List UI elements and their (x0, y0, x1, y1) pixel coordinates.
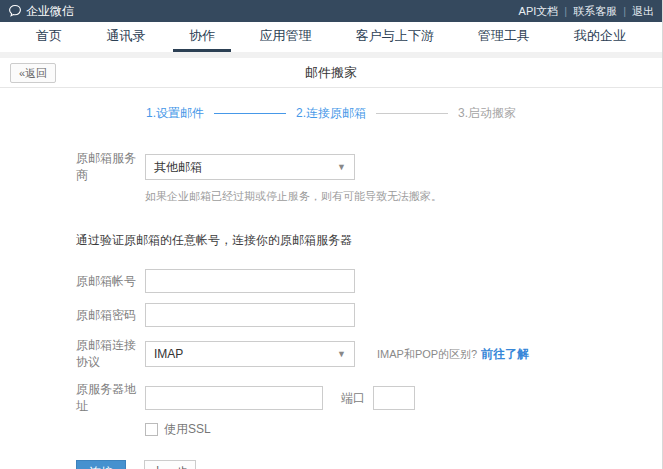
provider-hint: 如果企业邮箱已经过期或停止服务，则有可能导致无法搬家。 (145, 189, 662, 204)
page-header: «返回 邮件搬家 (0, 58, 662, 88)
main-nav: 首页 通讯录 协作 应用管理 客户与上下游 管理工具 我的企业 (0, 22, 662, 52)
api-docs-link[interactable]: API文档 (519, 4, 559, 19)
protocol-question-text: IMAP和POP的区别? (377, 347, 477, 362)
step-3-start-migration: 3.启动搬家 (458, 105, 516, 122)
chevron-down-icon: ▼ (337, 162, 346, 172)
connect-button[interactable]: 连接 (76, 460, 126, 469)
separator: | (623, 5, 626, 17)
account-input[interactable] (145, 269, 355, 293)
step-2-connect-mailbox: 2.连接原邮箱 (296, 105, 366, 122)
step-connector-done (214, 113, 286, 114)
protocol-select[interactable]: IMAP ▼ (145, 341, 355, 367)
previous-step-button[interactable]: 上一步 (144, 460, 196, 469)
learn-more-link[interactable]: 前往了解 (481, 346, 529, 363)
separator: | (564, 5, 567, 17)
provider-select[interactable]: 其他邮箱 ▼ (145, 154, 355, 180)
port-input[interactable] (373, 386, 415, 410)
brand-name: 企业微信 (26, 3, 74, 20)
contact-support-link[interactable]: 联系客服 (573, 4, 617, 19)
step-1-setup-mail: 1.设置邮件 (146, 105, 204, 122)
chat-bubble-logo-icon (8, 4, 22, 18)
chevron-down-icon: ▼ (337, 349, 346, 359)
protocol-selected-value: IMAP (154, 347, 183, 361)
password-label: 原邮箱密码 (76, 307, 145, 324)
protocol-label: 原邮箱连接协议 (76, 337, 145, 371)
mail-migration-form: 原邮箱服务商 其他邮箱 ▼ 如果企业邮箱已经过期或停止服务，则有可能导致无法搬家… (76, 150, 662, 438)
password-input[interactable] (145, 303, 355, 327)
nav-tab-my-enterprise[interactable]: 我的企业 (558, 22, 642, 52)
brand: 企业微信 (8, 3, 74, 20)
verify-section-note: 通过验证原邮箱的任意帐号，连接你的原邮箱服务器 (76, 232, 662, 249)
server-address-input[interactable] (145, 386, 323, 410)
page-title: 邮件搬家 (305, 64, 357, 82)
provider-label: 原邮箱服务商 (76, 150, 145, 184)
port-label: 端口 (341, 390, 365, 407)
topbar-links: API文档 | 联系客服 | 退出 (519, 4, 654, 19)
ssl-row: 使用SSL (145, 421, 662, 438)
app-window: 企业微信 API文档 | 联系客服 | 退出 首页 通讯录 协作 应用管理 客户… (0, 0, 663, 469)
logout-link[interactable]: 退出 (632, 4, 654, 19)
nav-tab-management-tools[interactable]: 管理工具 (462, 22, 546, 52)
ssl-label: 使用SSL (164, 421, 211, 438)
nav-tab-app-management[interactable]: 应用管理 (243, 22, 327, 52)
form-actions: 连接 上一步 (76, 460, 662, 469)
server-address-label: 原服务器地址 (76, 381, 145, 415)
step-connector-pending (376, 113, 448, 114)
ssl-checkbox[interactable] (145, 423, 158, 436)
nav-tab-customers[interactable]: 客户与上下游 (340, 22, 450, 52)
nav-tab-contacts[interactable]: 通讯录 (90, 22, 161, 52)
provider-selected-value: 其他邮箱 (154, 159, 202, 176)
account-label: 原邮箱帐号 (76, 273, 145, 290)
topbar: 企业微信 API文档 | 联系客服 | 退出 (0, 0, 662, 22)
steps-indicator: 1.设置邮件 2.连接原邮箱 3.启动搬家 (0, 105, 662, 122)
back-button[interactable]: «返回 (10, 63, 56, 83)
nav-tab-collaboration[interactable]: 协作 (173, 22, 231, 52)
nav-tab-home[interactable]: 首页 (20, 22, 78, 52)
